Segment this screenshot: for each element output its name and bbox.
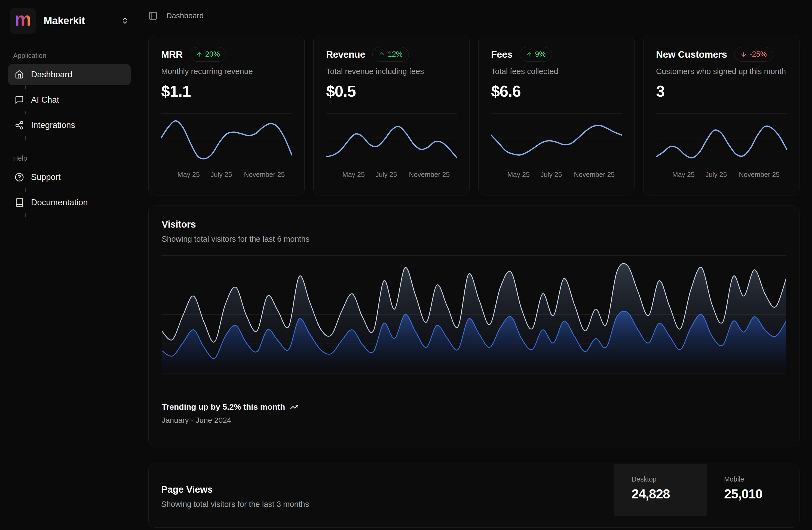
sidebar-item-label: Dashboard [31, 70, 72, 80]
x-tick-label: May 25 [672, 171, 695, 178]
toggle-mobile[interactable]: Mobile 25,010 [707, 464, 799, 516]
stat-value: $0.5 [326, 82, 457, 100]
visitors-footer: Trending up by 5.2% this month January -… [162, 402, 786, 425]
visitors-title: Visitors [162, 219, 786, 230]
main-content: Dashboard MRR 20% Monthly recurring reve… [139, 0, 812, 530]
trend-badge-value: 9% [535, 50, 546, 58]
stat-description: Customers who signed up this month [656, 67, 787, 76]
trend-badge-value: 20% [205, 50, 220, 58]
tree-rail-tick [25, 213, 26, 217]
tree-rail-tick [25, 136, 26, 140]
stat-title: MRR [161, 49, 183, 60]
sidebar-item-label: AI Chat [31, 95, 59, 105]
trend-text: Trending up by 5.2% this month [162, 402, 285, 412]
x-tick-label: July 25 [211, 171, 232, 178]
stat-card-revenue: Revenue 12% Total revenue including fees… [313, 35, 469, 196]
stat-description: Total fees collected [491, 67, 622, 76]
arrow-up-icon [379, 51, 385, 58]
stat-card-mrr: MRR 20% Monthly recurring revenue $1.1 [148, 35, 305, 196]
chevrons-up-down-icon [121, 17, 129, 25]
stat-title: New Customers [656, 49, 727, 60]
stat-value: $6.6 [491, 82, 622, 100]
tree-rail-tick [25, 85, 26, 89]
workspace-name: Makerkit [44, 15, 113, 27]
makerkit-logo: m [10, 8, 36, 34]
sidebar-item-support[interactable]: Support [8, 167, 131, 188]
sidebar-item-documentation[interactable]: Documentation [8, 192, 131, 213]
x-tick-label: November 25 [409, 171, 450, 178]
date-range: January - June 2024 [162, 416, 786, 425]
sparkline-chart [491, 113, 622, 165]
toggle-label: Desktop [632, 475, 707, 483]
stat-cards-row: MRR 20% Monthly recurring revenue $1.1 [148, 35, 799, 196]
share-icon [15, 120, 24, 130]
panel-left-icon[interactable] [148, 11, 158, 20]
arrow-down-icon [740, 51, 747, 58]
x-tick-label: May 25 [343, 171, 365, 178]
sidebar-item-integrations[interactable]: Integrations [8, 115, 131, 136]
stat-card-fees: Fees 9% Total fees collected $6.6 [478, 35, 635, 196]
logo-letter: m [14, 10, 31, 29]
app-root: m Makerkit Application Dashboard AI Chat… [0, 0, 812, 530]
sidebar-item-dashboard[interactable]: Dashboard [8, 64, 131, 85]
stat-description: Total revenue including fees [326, 67, 457, 76]
visitors-area-chart [162, 255, 786, 376]
trending-up-icon [290, 403, 299, 411]
stat-card-new-customers: New Customers -25% Customers who signed … [643, 35, 799, 196]
visitors-subtitle: Showing total visitors for the last 6 mo… [162, 235, 786, 244]
trend-badge: 20% [190, 47, 226, 61]
sparkline-chart [326, 113, 457, 165]
x-tick-label: November 25 [244, 171, 285, 178]
arrow-up-icon [526, 51, 533, 58]
page-views-title: Page Views [161, 484, 309, 495]
toggle-desktop[interactable]: Desktop 24,828 [614, 464, 707, 516]
home-icon [15, 70, 24, 79]
tree-rail-tick [25, 111, 26, 114]
stat-description: Monthly recurring revenue [161, 67, 292, 76]
x-tick-label: July 25 [540, 171, 562, 178]
stat-title: Fees [491, 49, 512, 60]
breadcrumb: Dashboard [166, 12, 204, 20]
sparkline-x-axis: May 25 July 25 November 25 [656, 171, 787, 185]
page-views-toggles: Desktop 24,828 Mobile 25,010 [614, 464, 799, 527]
x-tick-label: July 25 [375, 171, 397, 178]
toggle-value: 25,010 [724, 486, 799, 501]
sidebar-item-label: Documentation [31, 198, 88, 207]
stat-value: $1.1 [161, 82, 292, 100]
sparkline-x-axis: May 25 July 25 November 25 [326, 171, 457, 185]
page-views-card: Page Views Showing total visitors for th… [148, 463, 799, 528]
sparkline-block: May 25 July 25 November 25 [326, 113, 457, 185]
arrow-up-icon [196, 51, 203, 58]
trend-badge-value: 12% [388, 50, 403, 58]
sparkline-x-axis: May 25 July 25 November 25 [161, 171, 292, 185]
trend-badge: -25% [734, 47, 773, 61]
trend-badge-value: -25% [750, 50, 767, 58]
sidebar-section-help: Help [13, 154, 131, 162]
chat-icon [15, 95, 24, 104]
toggle-value: 24,828 [632, 486, 707, 501]
x-tick-label: November 25 [739, 171, 780, 178]
x-tick-label: May 25 [507, 171, 530, 178]
page-views-subtitle: Showing total visitors for the last 3 mo… [161, 500, 309, 509]
x-tick-label: November 25 [574, 171, 615, 178]
sidebar-item-label: Support [31, 172, 61, 182]
stat-title: Revenue [326, 49, 365, 60]
visitors-card: Visitors Showing total visitors for the … [148, 205, 799, 446]
trend-badge: 12% [372, 47, 409, 61]
stat-value: 3 [656, 82, 787, 100]
sparkline-block: May 25 July 25 November 25 [656, 113, 787, 185]
toggle-label: Mobile [724, 475, 799, 483]
sidebar-item-ai-chat[interactable]: AI Chat [8, 89, 131, 111]
sparkline-block: May 25 July 25 November 25 [491, 113, 622, 185]
workspace-selector[interactable]: m Makerkit [8, 7, 131, 34]
sparkline-block: May 25 July 25 November 25 [161, 113, 292, 185]
x-tick-label: July 25 [705, 171, 727, 178]
sparkline-chart [161, 113, 292, 165]
x-tick-label: May 25 [177, 171, 200, 178]
trend-badge: 9% [520, 47, 552, 61]
sparkline-chart [656, 113, 787, 165]
topbar: Dashboard [148, 8, 799, 24]
sidebar-item-label: Integrations [31, 120, 75, 130]
sidebar-section-application: Application [13, 52, 131, 60]
sparkline-x-axis: May 25 July 25 November 25 [491, 171, 622, 185]
